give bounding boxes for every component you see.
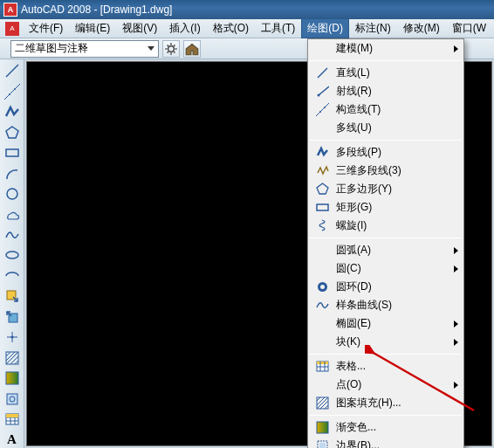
menu-item-椭圆E[interactable]: 椭圆(E) <box>308 314 463 333</box>
blank-icon <box>313 121 331 136</box>
chevron-down-icon <box>148 46 154 51</box>
menu-item-label: 三维多段线(3) <box>336 163 458 178</box>
menu-item-图案填充H[interactable]: 图案填充(H)... <box>308 394 463 412</box>
svg-rect-28 <box>6 414 18 417</box>
make-block-tool[interactable] <box>3 309 22 325</box>
menu-item-螺旋I[interactable]: 螺旋(I) <box>308 217 463 235</box>
svg-point-31 <box>317 94 319 97</box>
titlebar: A AutoCAD 2008 - [Drawing1.dwg] <box>0 0 494 19</box>
menu-绘图D[interactable]: 绘图(D) <box>301 18 349 38</box>
svg-line-19 <box>15 361 18 364</box>
table-tool[interactable] <box>3 411 22 427</box>
arc-tool[interactable] <box>3 165 22 181</box>
menu-item-块K[interactable]: 块(K) <box>308 333 463 351</box>
window-title: AutoCAD 2008 - [Drawing1.dwg] <box>21 3 172 16</box>
menu-格式O[interactable]: 格式(O) <box>207 18 255 38</box>
spline-tool[interactable] <box>3 227 22 243</box>
menu-item-label: 多段线(P) <box>336 145 458 160</box>
menu-item-label: 图案填充(H)... <box>336 396 458 410</box>
menu-item-点O[interactable]: 点(O) <box>308 376 463 394</box>
pline-icon <box>313 145 331 161</box>
gear-icon[interactable] <box>162 40 180 58</box>
insert-block-tool[interactable] <box>3 288 22 304</box>
menu-item-正多边形Y[interactable]: 正多边形(Y) <box>308 180 463 198</box>
3dpline-icon <box>313 163 331 179</box>
svg-marker-5 <box>6 127 18 138</box>
svg-marker-35 <box>317 183 328 194</box>
svg-rect-6 <box>6 149 18 156</box>
menu-item-圆弧A[interactable]: 圆弧(A) <box>308 241 463 259</box>
svg-point-8 <box>6 252 18 258</box>
menu-编辑E[interactable]: 编辑(E) <box>69 18 116 38</box>
blank-icon <box>313 41 331 57</box>
menu-item-三维多段线3[interactable]: 三维多段线(3) <box>308 162 463 180</box>
menu-separator <box>310 354 462 355</box>
menu-窗口W[interactable]: 窗口(W <box>446 18 492 38</box>
menu-item-圆C[interactable]: 圆(C) <box>308 259 463 278</box>
line-icon <box>313 65 331 81</box>
menu-item-构造线T[interactable]: 构造线(T) <box>308 100 463 119</box>
svg-line-18 <box>10 356 18 364</box>
svg-rect-21 <box>7 394 17 404</box>
xline-tool[interactable] <box>3 83 22 99</box>
svg-line-32 <box>316 103 329 116</box>
rect-tool[interactable] <box>3 145 22 161</box>
menu-item-label: 圆弧(A) <box>336 243 454 258</box>
line-tool[interactable] <box>3 63 22 79</box>
pline-tool[interactable] <box>3 104 22 120</box>
menu-item-边界B[interactable]: 边界(B)... <box>308 437 463 448</box>
svg-line-48 <box>320 401 328 409</box>
menu-修改M[interactable]: 修改(M) <box>397 18 446 38</box>
menu-item-label: 构造线(T) <box>336 102 458 117</box>
svg-line-30 <box>319 86 329 95</box>
menu-item-label: 圆(C) <box>336 261 454 276</box>
region-tool[interactable] <box>3 391 22 407</box>
table-icon <box>313 359 331 375</box>
app-logo-icon: A <box>5 22 19 36</box>
polygon-tool[interactable] <box>3 124 22 140</box>
submenu-arrow-icon <box>454 320 458 327</box>
menu-item-label: 建模(M) <box>336 41 454 56</box>
menu-item-射线R[interactable]: 射线(R) <box>308 82 463 100</box>
text-tool[interactable]: A <box>3 431 22 447</box>
menu-item-直线L[interactable]: 直线(L) <box>308 64 463 82</box>
menu-item-多线U[interactable]: 多线(U) <box>308 119 463 137</box>
menu-item-渐变色[interactable]: 渐变色... <box>308 418 463 437</box>
menu-标注N[interactable]: 标注(N) <box>349 18 397 38</box>
combo-value: 二维草图与注释 <box>15 41 88 56</box>
menu-item-建模M[interactable]: 建模(M) <box>308 39 463 58</box>
menu-文件F[interactable]: 文件(F) <box>23 18 69 38</box>
menu-item-label: 边界(B)... <box>336 438 458 448</box>
menu-separator <box>310 238 462 238</box>
menu-item-label: 正多边形(Y) <box>336 182 458 196</box>
svg-point-33 <box>319 111 321 113</box>
svg-rect-40 <box>317 362 328 364</box>
revcloud-tool[interactable] <box>3 206 22 222</box>
gradient-tool[interactable] <box>3 370 22 386</box>
point-tool[interactable] <box>3 329 22 345</box>
menu-item-圆环D[interactable]: 圆环(D) <box>308 278 463 296</box>
svg-rect-36 <box>317 204 328 210</box>
svg-rect-50 <box>317 422 328 433</box>
menu-视图V[interactable]: 视图(V) <box>116 18 163 38</box>
hatch-tool[interactable] <box>3 350 22 366</box>
menu-item-样条曲线S[interactable]: 样条曲线(S) <box>308 296 463 314</box>
ellipse-arc-tool[interactable] <box>3 268 22 284</box>
menu-item-表格[interactable]: 表格... <box>308 357 463 376</box>
svg-rect-20 <box>6 372 18 384</box>
menu-工具T[interactable]: 工具(T) <box>255 18 301 38</box>
draw-menu-dropdown: 建模(M)直线(L)射线(R)构造线(T)多线(U)多段线(P)三维多段线(3)… <box>307 38 464 448</box>
workspace-combo[interactable]: 二维草图与注释 <box>10 40 159 58</box>
ellipse-tool[interactable] <box>3 247 22 263</box>
ray-icon <box>313 84 331 100</box>
home-icon[interactable] <box>183 40 201 58</box>
blank-icon <box>313 316 331 332</box>
svg-line-15 <box>6 352 10 356</box>
menu-插入I[interactable]: 插入(I) <box>163 18 206 38</box>
menu-separator <box>310 60 462 61</box>
circle-tool[interactable] <box>3 186 22 202</box>
submenu-arrow-icon <box>454 247 458 254</box>
menu-item-矩形G[interactable]: 矩形(G) <box>308 198 463 217</box>
rect-icon <box>313 200 331 216</box>
menu-item-多段线P[interactable]: 多段线(P) <box>308 143 463 162</box>
